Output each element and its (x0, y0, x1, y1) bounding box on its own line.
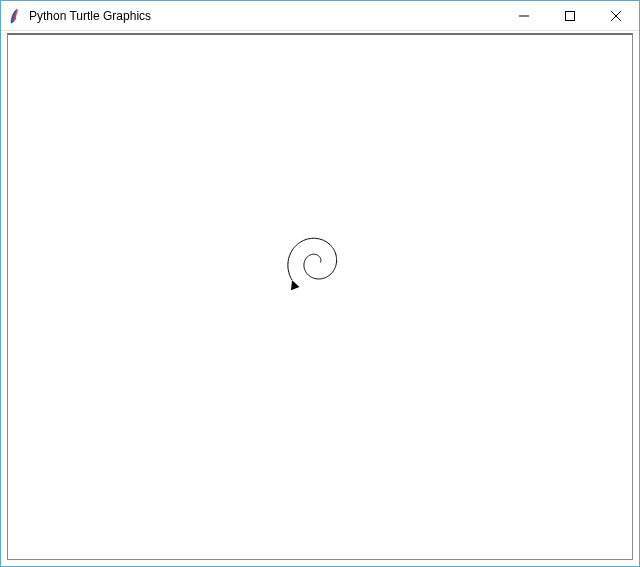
turtle-canvas (8, 35, 632, 561)
maximize-icon (565, 11, 575, 21)
tk-feather-icon (7, 8, 23, 24)
maximize-button[interactable] (547, 1, 593, 30)
canvas-frame (7, 33, 633, 560)
close-button[interactable] (593, 1, 639, 30)
svg-rect-1 (566, 11, 575, 20)
minimize-button[interactable] (501, 1, 547, 30)
app-window: Python Turtle Graphics (0, 0, 640, 567)
spiral-drawing (288, 238, 337, 280)
turtle-cursor-icon (291, 280, 299, 290)
client-area (1, 31, 639, 566)
titlebar[interactable]: Python Turtle Graphics (1, 1, 639, 31)
window-controls (501, 1, 639, 30)
close-icon (611, 11, 621, 21)
window-title: Python Turtle Graphics (29, 9, 151, 23)
minimize-icon (519, 11, 529, 21)
